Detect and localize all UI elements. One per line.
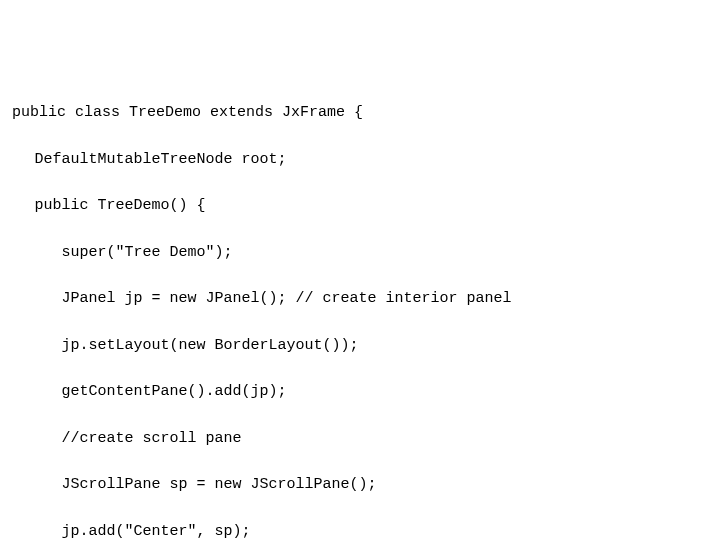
code-line: JPanel jp = new JPanel(); // create inte…	[12, 287, 708, 310]
code-line: jp.setLayout(new BorderLayout());	[12, 334, 708, 357]
code-line: //create scroll pane	[12, 427, 708, 450]
code-line: jp.add("Center", sp);	[12, 520, 708, 541]
code-line: super("Tree Demo");	[12, 241, 708, 264]
code-line: getContentPane().add(jp);	[12, 380, 708, 403]
code-line: DefaultMutableTreeNode root;	[12, 148, 708, 171]
code-line: public class TreeDemo extends JxFrame {	[12, 101, 708, 124]
code-line: public TreeDemo() {	[12, 194, 708, 217]
code-line: JScrollPane sp = new JScrollPane();	[12, 473, 708, 496]
